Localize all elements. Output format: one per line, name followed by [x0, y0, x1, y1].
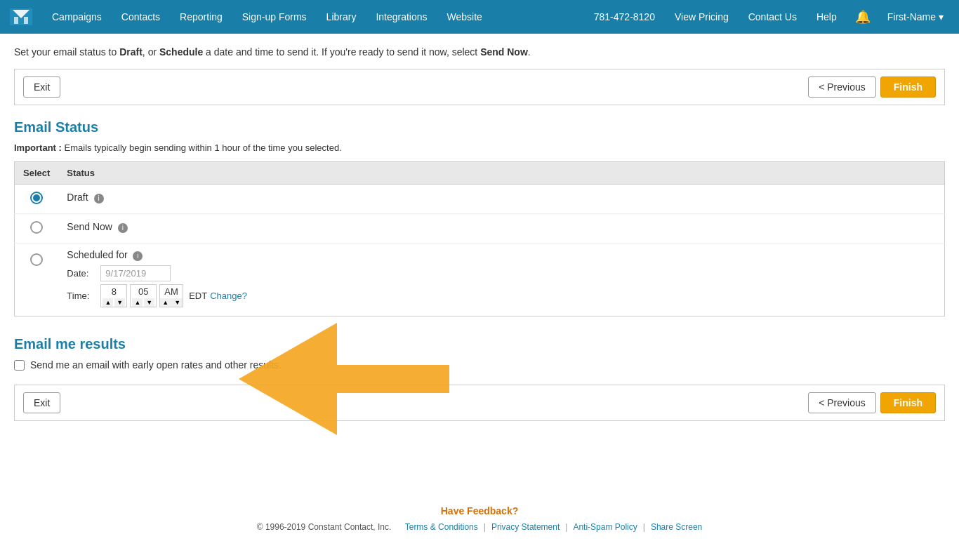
footer-sep-2: | — [484, 522, 486, 532]
draft-radio[interactable] — [30, 192, 43, 204]
intro-bold-draft: Draft — [119, 46, 143, 58]
scheduled-form: Scheduled for i Date: Time: — [67, 249, 936, 307]
draft-label: Draft — [67, 192, 88, 203]
top-previous-button[interactable]: < Previous — [808, 76, 876, 98]
ampm-value: AM — [160, 285, 183, 298]
footer-antispam-link[interactable]: Anti-Spam Policy — [573, 522, 637, 532]
scheduled-select-cell — [15, 244, 59, 316]
email-status-title: Email Status — [14, 119, 945, 135]
intro-bold-schedule: Schedule — [159, 46, 203, 58]
ampm-up-button[interactable]: ▲ — [160, 298, 171, 307]
footer: Have Feedback? © 1996-2019 Constant Cont… — [0, 491, 959, 539]
arrow-annotation — [239, 309, 449, 451]
email-results-checkbox[interactable] — [14, 360, 25, 371]
important-text: Emails typically begin sending within 1 … — [65, 142, 342, 153]
bottom-action-bar: Exit < Previous Finish — [14, 385, 945, 421]
draft-info-icon[interactable]: i — [94, 194, 104, 204]
footer-sep-3: | — [565, 522, 567, 532]
svg-rect-4 — [24, 17, 28, 24]
scheduled-status-cell: Scheduled for i Date: Time: — [58, 244, 944, 316]
email-results-label: Send me an email with early open rates a… — [30, 359, 282, 371]
important-label: Important : — [14, 142, 62, 153]
table-row: Send Now i — [15, 214, 945, 244]
scheduled-radio[interactable] — [30, 253, 43, 266]
email-results-title: Email me results — [14, 336, 945, 352]
date-label: Date: — [67, 268, 95, 279]
email-status-section: Email Status Important : Emails typicall… — [14, 119, 945, 316]
email-results-section: Email me results Send me an email with e… — [14, 336, 945, 371]
footer-sep-4: | — [643, 522, 645, 532]
ampm-down-button[interactable]: ▼ — [172, 298, 183, 307]
nav-right: 781-472-8120 View Pricing Contact Us Hel… — [584, 0, 952, 34]
logo — [7, 4, 35, 29]
nav-library[interactable]: Library — [317, 0, 366, 34]
footer-links: © 1996-2019 Constant Contact, Inc. Terms… — [0, 522, 959, 532]
hour-down-button[interactable]: ▼ — [114, 298, 125, 307]
hour-spinner-buttons: ▲ ▼ — [102, 298, 125, 307]
footer-privacy-link[interactable]: Privacy Statement — [491, 522, 560, 532]
important-note: Important : Emails typically begin sendi… — [14, 142, 945, 153]
nav-reporting[interactable]: Reporting — [170, 0, 232, 34]
user-menu[interactable]: First-Name ▾ — [879, 11, 952, 22]
hour-value: 8 — [101, 285, 126, 298]
footer-sep-1 — [397, 522, 399, 532]
nav-view-pricing[interactable]: View Pricing — [665, 0, 739, 34]
chevron-down-icon: ▾ — [939, 11, 944, 22]
date-input[interactable] — [100, 265, 171, 281]
navbar: Campaigns Contacts Reporting Sign-up For… — [0, 0, 959, 34]
table-row: Scheduled for i Date: Time: — [15, 244, 945, 316]
bell-icon[interactable]: 🔔 — [847, 9, 879, 25]
hour-up-button[interactable]: ▲ — [102, 298, 113, 307]
table-header-row: Select Status — [15, 162, 945, 185]
bottom-exit-button[interactable]: Exit — [23, 392, 60, 413]
feedback-link[interactable]: Have Feedback? — [0, 505, 959, 516]
nav-help[interactable]: Help — [807, 0, 847, 34]
nav-signup-forms[interactable]: Sign-up Forms — [232, 0, 317, 34]
intro-mid2: a date and time to send it. If you're re… — [203, 46, 480, 58]
intro-suffix: . — [528, 46, 531, 58]
nav-integrations[interactable]: Integrations — [366, 0, 437, 34]
minute-up-button[interactable]: ▲ — [132, 298, 143, 307]
nav-website[interactable]: Website — [437, 0, 492, 34]
main-content: Set your email status to Draft, or Sched… — [0, 34, 959, 421]
nav-contact-us[interactable]: Contact Us — [739, 0, 807, 34]
top-action-right: < Previous Finish — [808, 76, 936, 98]
draft-select-cell — [15, 185, 59, 214]
footer-copyright: © 1996-2019 Constant Contact, Inc. — [257, 522, 392, 532]
svg-rect-3 — [14, 17, 18, 24]
status-table: Select Status Draft i — [14, 161, 945, 316]
scheduled-label: Scheduled for — [67, 249, 127, 260]
top-finish-button[interactable]: Finish — [880, 76, 936, 98]
intro-text: Set your email status to Draft, or Sched… — [14, 46, 945, 58]
scheduled-info-icon[interactable]: i — [133, 251, 143, 261]
bottom-previous-button[interactable]: < Previous — [808, 392, 876, 413]
minute-down-button[interactable]: ▼ — [144, 298, 154, 307]
nav-menu: Campaigns Contacts Reporting Sign-up For… — [42, 0, 584, 34]
bottom-finish-button[interactable]: Finish — [880, 392, 936, 413]
col-select: Select — [15, 162, 59, 185]
intro-mid1: , or — [143, 46, 159, 58]
minute-spinner-buttons: ▲ ▼ — [132, 298, 154, 307]
user-name: First-Name — [887, 11, 936, 22]
hour-spinner: 8 ▲ ▼ — [100, 284, 127, 307]
change-timezone-link[interactable]: Change? — [210, 291, 247, 301]
nav-campaigns[interactable]: Campaigns — [42, 0, 112, 34]
sendnow-info-icon[interactable]: i — [118, 223, 128, 233]
time-label: Time: — [67, 291, 95, 301]
timezone-label: EDT — [189, 291, 207, 301]
sendnow-label: Send Now — [67, 221, 112, 232]
sendnow-status-cell: Send Now i — [58, 214, 944, 244]
time-group: 8 ▲ ▼ 05 ▲ — [100, 284, 247, 307]
nav-phone: 781-472-8120 — [584, 11, 665, 22]
intro-bold-sendnow: Send Now — [480, 46, 528, 58]
nav-contacts[interactable]: Contacts — [112, 0, 170, 34]
top-exit-button[interactable]: Exit — [23, 76, 60, 98]
email-results-checkbox-row: Send me an email with early open rates a… — [14, 359, 945, 371]
top-action-bar: Exit < Previous Finish — [14, 69, 945, 105]
footer-share-screen-link[interactable]: Share Screen — [651, 522, 702, 532]
ampm-selector[interactable]: AM ▲ ▼ — [159, 284, 183, 307]
footer-terms-link[interactable]: Terms & Conditions — [405, 522, 478, 532]
sendnow-radio[interactable] — [30, 221, 43, 234]
col-status: Status — [58, 162, 944, 185]
sendnow-select-cell — [15, 214, 59, 244]
